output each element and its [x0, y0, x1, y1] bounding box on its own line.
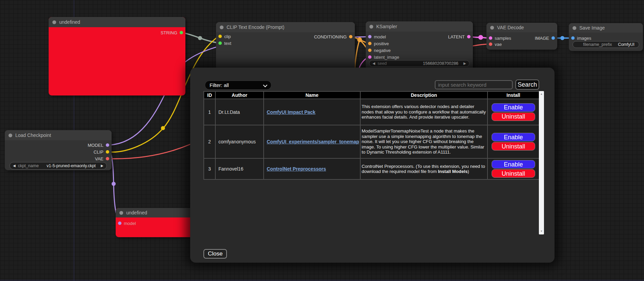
node-title-bar[interactable]: Load Checkpoint [5, 130, 112, 140]
node-title: Load Checkpoint [15, 133, 51, 138]
input-dot-latent_image[interactable] [368, 55, 371, 59]
slot-label: VAE [95, 156, 103, 161]
cell-install: EnableUninstall [488, 158, 539, 179]
output-dot-VAE[interactable] [106, 157, 109, 160]
uninstall-button[interactable]: Uninstall [492, 142, 535, 151]
slot-label: CONDITIONING [314, 34, 347, 39]
input-dot-vae[interactable] [489, 42, 492, 46]
slot-label: IMAGE [535, 36, 549, 41]
input-slot-text: text [218, 40, 231, 46]
slot-label: MODEL [88, 143, 103, 148]
extension-row: 1Dr.Lt.DataComfyUI Impact PackThis exten… [204, 99, 539, 125]
slot-label: images [577, 36, 591, 41]
enable-button[interactable]: Enable [492, 103, 535, 112]
slot-label: model [374, 34, 386, 39]
widget-increment-arrow[interactable]: ▶ [463, 62, 466, 65]
output-dot-CONDITIONING[interactable] [349, 35, 352, 38]
node-undefined-bottom[interactable]: undefinedmodel [116, 208, 197, 237]
node-title-bar[interactable]: Save Image [569, 23, 643, 33]
slot-label: STRING [161, 30, 177, 35]
output-dot-IMAGE[interactable] [551, 36, 555, 40]
close-button[interactable]: Close [203, 249, 227, 259]
filter-dropdown[interactable]: Filter: all [205, 81, 271, 90]
link-reroute-dot[interactable] [112, 182, 116, 186]
slot-label: latent_image [374, 55, 399, 60]
enable-button[interactable]: Enable [492, 160, 535, 169]
description-text: ) [468, 169, 469, 174]
widget-seed[interactable]: ◀seed156680208700286▶ [369, 60, 469, 67]
link-reroute-dot[interactable] [198, 36, 202, 40]
cell-name: ControlNet Preprocessors [264, 158, 360, 179]
node-title: Save Image [579, 25, 605, 31]
input-dot-clip[interactable] [218, 35, 222, 38]
node-collapse-dot[interactable] [52, 20, 56, 24]
enable-button[interactable]: Enable [492, 133, 535, 141]
extension-link[interactable]: ControlNet Preprocessors [267, 166, 326, 172]
input-dot-samples[interactable] [489, 36, 492, 40]
link-reroute-dot[interactable] [560, 36, 564, 40]
uninstall-button[interactable]: Uninstall [492, 112, 535, 121]
node-title: CLIP Text Encode (Prompt) [227, 24, 284, 30]
node-title: VAE Decode [497, 25, 524, 30]
input-dot-model[interactable] [118, 222, 121, 225]
node-undefined-top[interactable]: undefinedSTRING [49, 17, 185, 95]
slot-label: positive [374, 41, 389, 46]
node-graph-canvas[interactable]: undefinedSTRINGCLIP Text Encode (Prompt)… [0, 0, 644, 281]
node-collapse-dot[interactable] [220, 25, 224, 29]
slot-label: vae [495, 42, 502, 47]
widget-ckpt_name[interactable]: ◀ckpt_namev1-5-pruned-emaonly.ckpt▶ [10, 162, 107, 170]
widget-filename_prefix[interactable]: filename_prefixComfyUI [573, 41, 639, 48]
node-title-bar[interactable]: undefined [49, 17, 185, 27]
input-dot-images[interactable] [571, 36, 575, 40]
node-collapse-dot[interactable] [119, 211, 123, 215]
node-title-bar[interactable]: CLIP Text Encode (Prompt) [216, 22, 355, 32]
input-slot-latent_image: latent_image [368, 54, 399, 60]
output-slot-STRING: STRING [161, 30, 183, 35]
input-slot-vae: vae [489, 41, 502, 47]
search-button[interactable]: Search [515, 80, 539, 90]
output-dot-CLIP[interactable] [106, 150, 109, 154]
input-dot-positive[interactable] [368, 42, 371, 45]
node-collapse-dot[interactable] [573, 26, 576, 30]
input-slot-negative: negative [368, 48, 391, 53]
slot-label: model [124, 221, 136, 226]
slot-label: CLIP [94, 150, 103, 155]
search-input[interactable] [435, 80, 513, 89]
uninstall-button[interactable]: Uninstall [492, 169, 535, 178]
link-reroute-dot[interactable] [161, 126, 165, 130]
input-slot-model: model [368, 34, 386, 39]
table-scrollbar[interactable]: ▲ ▼ [539, 91, 544, 234]
node-collapse-dot[interactable] [9, 134, 12, 137]
cell-id: 3 [204, 158, 215, 179]
node-collapse-dot[interactable] [490, 26, 494, 30]
input-dot-negative[interactable] [368, 49, 371, 52]
link-reroute-dot[interactable] [357, 37, 362, 42]
node-title-bar[interactable]: VAE Decode [486, 23, 557, 32]
node-ksampler[interactable]: KSamplermodelpositivenegativelatent_imag… [366, 21, 473, 71]
input-dot-text[interactable] [218, 41, 222, 45]
output-slot-CLIP: CLIP [94, 149, 109, 155]
filter-select[interactable]: Filter: all [205, 81, 271, 90]
scroll-down-arrow[interactable]: ▼ [539, 229, 544, 234]
node-save-image[interactable]: Save Imageimagesfilename_prefixComfyUI [569, 23, 643, 51]
node-load-checkpoint[interactable]: Load CheckpointMODELCLIPVAE◀ckpt_namev1-… [5, 130, 112, 170]
node-clip-text-encode[interactable]: CLIP Text Encode (Prompt)cliptextCONDITI… [216, 22, 355, 72]
output-dot-STRING[interactable] [180, 31, 183, 34]
widget-decrement-arrow[interactable]: ◀ [373, 62, 375, 65]
node-collapse-dot[interactable] [369, 25, 373, 29]
link-reroute-dot[interactable] [478, 35, 483, 40]
input-slot-model: model [118, 221, 136, 226]
node-title-bar[interactable]: KSampler [366, 21, 473, 32]
widget-increment-arrow[interactable]: ▶ [101, 164, 103, 168]
node-title-bar[interactable]: undefined [116, 208, 197, 217]
output-dot-MODEL[interactable] [106, 143, 109, 147]
output-dot-LATENT[interactable] [467, 35, 470, 38]
extension-link[interactable]: ComfyUI Impact Pack [267, 109, 315, 115]
input-slot-clip: clip [218, 34, 231, 39]
node-title: KSampler [376, 24, 397, 29]
widget-decrement-arrow[interactable]: ◀ [13, 164, 16, 168]
extension-link[interactable]: ComfyUI_experiments/sampler_tonemap [267, 139, 359, 144]
input-dot-model[interactable] [368, 35, 371, 38]
scroll-up-arrow[interactable]: ▲ [539, 92, 544, 96]
node-vae-decode[interactable]: VAE DecodesamplesvaeIMAGE [486, 23, 557, 50]
